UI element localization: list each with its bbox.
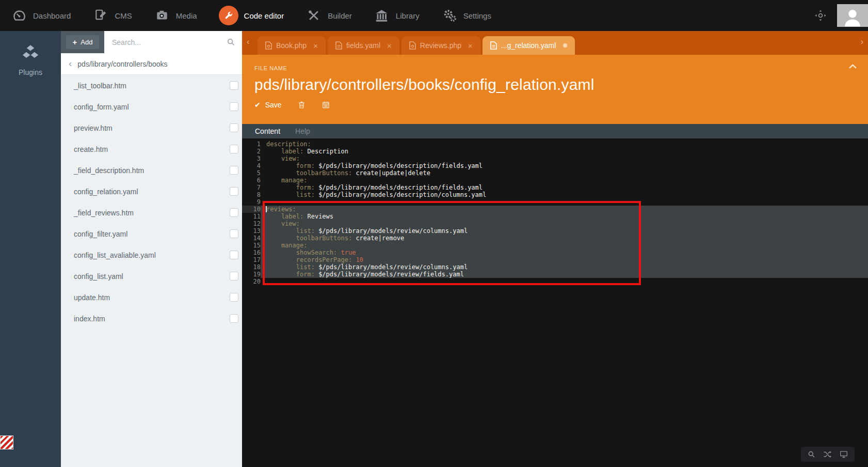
nav-item-dashboard[interactable]: Dashboard	[0, 0, 82, 31]
tab-book-php[interactable]: Book.php ×	[258, 36, 326, 55]
file-list-item[interactable]: config_list_avaliable.yaml	[61, 244, 242, 266]
save-button[interactable]: ✔ Save	[254, 101, 282, 109]
calendar-grid-icon[interactable]	[322, 100, 330, 110]
file-list-item[interactable]: config_form.yaml	[61, 96, 242, 117]
back-chevron-icon[interactable]: ‹	[69, 58, 72, 68]
fullscreen-crosshair-icon[interactable]	[814, 9, 827, 22]
code-line: 1 description:	[242, 141, 868, 148]
code-line: 5 toolbarButtons: create|update|delete	[242, 169, 868, 177]
tab-close-icon[interactable]: ×	[313, 42, 318, 50]
code-text: reviews:	[261, 206, 868, 213]
nav-item-label: Media	[176, 11, 197, 20]
editor-replace-shuffle-icon[interactable]	[823, 450, 832, 458]
search-input[interactable]	[111, 38, 222, 47]
code-text: manage:	[261, 242, 868, 249]
nav-item-code-editor[interactable]: Code editor	[208, 0, 295, 31]
check-icon: ✔	[254, 101, 261, 109]
user-avatar[interactable]	[837, 4, 868, 27]
tab-close-icon[interactable]: ×	[468, 42, 473, 50]
nav-item-media[interactable]: Media	[143, 0, 208, 31]
file-checkbox[interactable]	[230, 187, 238, 196]
file-checkbox[interactable]	[230, 272, 238, 281]
file-list-item[interactable]: config_relation.yaml	[61, 181, 242, 202]
line-number: 3	[242, 155, 261, 162]
file-checkbox[interactable]	[230, 166, 238, 175]
file-name: create.htm	[74, 145, 108, 153]
tab-reviews-php[interactable]: Reviews.php ×	[401, 36, 480, 55]
code-line: 15 manage:	[242, 242, 868, 249]
tabs-scroll-left-icon[interactable]: ‹	[247, 38, 249, 46]
add-button[interactable]: + Add	[66, 35, 100, 49]
nav-item-label: Settings	[463, 11, 491, 20]
code-line: 12 view:	[242, 220, 868, 227]
file-list-item[interactable]: update.htm	[61, 287, 242, 308]
code-text	[261, 198, 868, 206]
collapse-header-chevron-icon[interactable]	[849, 64, 857, 69]
code-line: 6 manage:	[242, 177, 868, 184]
builder-icon	[306, 7, 322, 24]
file-checkbox[interactable]	[230, 314, 238, 323]
file-list-item[interactable]: _field_reviews.htm	[61, 202, 242, 223]
code-line: 2 label: Description	[242, 148, 868, 155]
editor-search-icon[interactable]	[808, 450, 815, 458]
file-checkbox[interactable]	[230, 81, 238, 90]
tab-content[interactable]: Content	[255, 127, 280, 135]
code-text: showSearch: true	[261, 249, 868, 256]
file-checkbox[interactable]	[230, 229, 238, 238]
nav-item-settings[interactable]: Settings	[430, 0, 502, 31]
file-name: update.htm	[74, 293, 110, 302]
code-editor-surface[interactable]: 1 description: 2 label: Description 3 vi…	[242, 138, 868, 467]
tab-close-icon[interactable]: ×	[387, 42, 392, 50]
code-line: 10 reviews:	[242, 206, 868, 213]
file-checkbox[interactable]	[230, 123, 238, 132]
code-text: recordsPerPage: 10	[261, 256, 868, 263]
nav-right-group	[814, 0, 868, 31]
library-icon	[374, 7, 390, 24]
tab-help[interactable]: Help	[295, 127, 310, 135]
cms-icon	[92, 7, 109, 24]
sidebar-item-plugins[interactable]: Plugins	[0, 31, 61, 76]
delete-trash-icon[interactable]	[297, 100, 306, 110]
add-button-wrap: + Add	[61, 31, 104, 53]
file-checkbox[interactable]	[230, 145, 238, 153]
code-line: 19 form: $/pds/library/models/review/fie…	[242, 271, 868, 278]
file-checkbox[interactable]	[230, 208, 238, 217]
file-list-item[interactable]: config_list.yaml	[61, 266, 242, 287]
file-list-item[interactable]: config_filter.yaml	[61, 223, 242, 244]
file-checkbox[interactable]	[230, 293, 238, 302]
tabs-scroll-right-icon[interactable]: ›	[861, 38, 863, 46]
code-line: 18 list: $/pds/library/models/review/col…	[242, 263, 868, 271]
nav-item-library[interactable]: Library	[363, 0, 430, 31]
editor-tools-pill	[801, 447, 855, 462]
tab-label: Reviews.php	[420, 41, 461, 50]
tab-label: ...g_relation.yaml	[501, 41, 556, 50]
editor-fullscreen-monitor-icon[interactable]	[840, 450, 848, 458]
code-line: 4 form: $/pds/library/models/description…	[242, 162, 868, 169]
nav-item-label: CMS	[115, 11, 132, 20]
file-checkbox[interactable]	[230, 251, 238, 259]
tab-config-relation-yaml-active[interactable]: ...g_relation.yaml	[483, 36, 575, 55]
nav-item-cms[interactable]: CMS	[82, 0, 142, 31]
code-line: 17 recordsPerPage: 10	[242, 256, 868, 263]
file-list-item[interactable]: preview.htm	[61, 117, 242, 138]
nav-item-builder[interactable]: Builder	[295, 0, 363, 31]
code-text: form: $/pds/library/models/description/f…	[261, 184, 868, 191]
code-line: 11 label: Reviews	[242, 213, 868, 220]
line-number: 17	[242, 256, 261, 263]
code-text	[261, 278, 868, 285]
file-list-item[interactable]: _list_toolbar.htm	[61, 75, 242, 96]
file-name: _field_description.htm	[74, 166, 144, 175]
line-number: 8	[242, 191, 261, 198]
tab-fields-yaml[interactable]: fields.yaml ×	[328, 36, 399, 55]
file-list-item[interactable]: index.htm	[61, 308, 242, 329]
file-header-toolbar: ✔ Save	[254, 100, 856, 110]
file-list-item[interactable]: create.htm	[61, 138, 242, 160]
file-list-item[interactable]: _field_description.htm	[61, 160, 242, 181]
nav-item-label: Builder	[328, 11, 352, 20]
line-number: 1	[242, 141, 261, 148]
save-button-label: Save	[265, 101, 282, 109]
file-name: config_relation.yaml	[74, 188, 138, 196]
file-checkbox[interactable]	[230, 102, 238, 111]
code-text: form: $/pds/library/models/description/f…	[261, 162, 868, 169]
breadcrumb[interactable]: ‹ pds/library/controllers/books	[61, 53, 242, 75]
